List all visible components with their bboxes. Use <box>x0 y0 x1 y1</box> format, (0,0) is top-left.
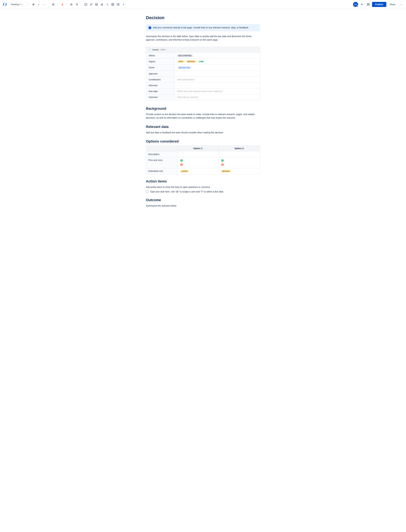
medium-badge: MEDIUM <box>186 60 196 63</box>
row-value-contributors[interactable]: Add stakeholders <box>175 77 260 82</box>
options-table: Option 1: Option 2: Description Pros and… <box>146 145 260 174</box>
row-value-informed[interactable] <box>175 82 260 88</box>
options-col-1: Option 1: <box>178 145 219 151</box>
background-body[interactable]: Provide context on the decision the team… <box>146 113 260 120</box>
more-format-button[interactable]: ··· <box>42 2 47 7</box>
toolbar-right: CK + Publish Close ··· <box>353 2 404 7</box>
proscons-option2[interactable]: ⊕ ⊖ <box>219 157 260 168</box>
add-collaborator-button[interactable]: + <box>359 2 364 7</box>
options-heading: Options considered <box>146 139 260 143</box>
description-option1[interactable] <box>178 151 219 157</box>
row-value-duedate[interactable]: When does this decision need to be made … <box>175 88 260 94</box>
cons-icon-1: ⊖ <box>180 163 216 166</box>
action-items-heading: Action items <box>146 179 260 183</box>
svg-rect-14 <box>76 5 78 5</box>
more-insert-button[interactable]: + <box>121 2 126 7</box>
outcome-body[interactable]: Summarize the outcome below <box>146 204 260 207</box>
user-avatar[interactable]: CK <box>353 2 358 7</box>
numbered-list-button[interactable]: 1. 2. 3. <box>74 2 79 7</box>
table-row: Description <box>146 151 260 157</box>
relevant-data-section: Relevant data Add any data or feedback t… <box>146 125 260 134</box>
toolbar-divider-5 <box>81 3 81 6</box>
italic-button[interactable]: I <box>36 2 41 7</box>
proscons-option1[interactable]: ⊕ ⊖ <box>178 157 219 168</box>
options-considered-section: Options considered Option 1: Option 2: D… <box>146 139 260 174</box>
svg-rect-24 <box>118 3 119 5</box>
separator-2: / <box>197 60 197 63</box>
table-row: Estimated cost LARGE MEDIUM <box>146 168 260 174</box>
svg-point-7 <box>70 5 71 5</box>
details-icon: 📄 <box>149 49 151 51</box>
bold-button[interactable]: B <box>31 2 36 7</box>
estcost-option1[interactable]: LARGE <box>178 168 219 174</box>
proscons-option2-cell: ⊕ ⊖ <box>221 159 258 166</box>
confluence-logo[interactable] <box>2 2 7 7</box>
relevant-data-body[interactable]: Add any data or feedback the team should… <box>146 131 260 134</box>
task-checkbox[interactable] <box>146 190 148 193</box>
svg-point-5 <box>70 4 71 5</box>
row-value-outcome-detail[interactable]: What did you decide? <box>175 94 260 100</box>
row-value-status[interactable]: NOT STARTED <box>175 53 260 59</box>
task-button[interactable] <box>83 2 88 7</box>
action-items-body: Add action items to close the loop on op… <box>146 185 260 189</box>
impact-row: HIGH / MEDIUM / LOW <box>177 60 258 63</box>
avatar-label: CK <box>354 3 357 5</box>
row-value-approver[interactable] <box>175 71 260 77</box>
outcome-section: Outcome Summarize the outcome below <box>146 198 260 207</box>
content-area: Decision i Add your comments directly to… <box>143 9 263 225</box>
link-button[interactable] <box>89 2 94 7</box>
details-table: Status NOT STARTED Impact HIGH / MEDIUM … <box>146 53 260 100</box>
description-label: Description <box>146 151 178 157</box>
task-label[interactable]: Type your task here. Use "@" to assign a… <box>150 190 224 193</box>
info-box-text: Add your comments directly to the page. … <box>153 26 249 29</box>
table-row: Informed <box>146 82 260 88</box>
svg-point-3 <box>70 3 71 4</box>
svg-text:3.: 3. <box>76 4 76 5</box>
details-header[interactable]: 📄 Details | label = <box>146 47 260 53</box>
color-button[interactable]: A <box>60 2 65 7</box>
row-label-duedate: Due date <box>146 88 175 94</box>
publish-button[interactable]: Publish <box>372 2 386 7</box>
row-label-outcome-detail: Outcome <box>146 94 175 100</box>
close-button[interactable]: Close <box>388 2 397 7</box>
proscons-option1-cell: ⊕ ⊖ <box>180 159 216 166</box>
svg-rect-23 <box>117 3 118 5</box>
info-box: i Add your comments directly to the page… <box>146 24 260 31</box>
relevant-data-heading: Relevant data <box>146 125 260 129</box>
details-panel: 📄 Details | label = Status NOT STARTED I… <box>146 47 260 100</box>
emoji-button[interactable]: ☺ <box>105 2 110 7</box>
row-label-contributors: Contributors <box>146 77 175 82</box>
table-row: Impact HIGH / MEDIUM / LOW <box>146 58 260 64</box>
table-button[interactable] <box>110 2 115 7</box>
mention-button[interactable]: @ <box>99 2 104 7</box>
align-button[interactable] <box>51 2 56 7</box>
table-row: Approver <box>146 71 260 77</box>
task-row: Type your task here. Use "@" to assign a… <box>146 190 260 193</box>
svg-rect-27 <box>367 5 369 6</box>
svg-rect-26 <box>368 3 369 4</box>
row-label-status: Status <box>146 53 175 59</box>
bullet-list-button[interactable] <box>69 2 74 7</box>
svg-point-17 <box>96 4 96 4</box>
page-title[interactable]: Decision <box>146 15 260 20</box>
proscons-label: Pros and cons <box>146 157 178 168</box>
svg-rect-0 <box>52 4 54 4</box>
heading-selector[interactable]: Heading 2 ▾ <box>9 2 27 6</box>
svg-rect-16 <box>95 3 98 5</box>
estcost-label: Estimated cost <box>146 168 178 174</box>
template-button[interactable] <box>366 2 371 7</box>
low-badge: LOW <box>198 60 205 63</box>
details-meta: | label = <box>160 49 167 51</box>
columns-button[interactable] <box>116 2 121 7</box>
estcost-option2[interactable]: MEDIUM <box>219 168 260 174</box>
large-badge: LARGE <box>180 170 189 172</box>
description-option2[interactable] <box>219 151 260 157</box>
status-badge: NOT STARTED <box>177 54 193 57</box>
media-button[interactable] <box>94 2 99 7</box>
more-options-button[interactable]: ··· <box>398 2 404 7</box>
driver-mention[interactable]: @Chan Kim <box>177 66 192 69</box>
row-value-impact[interactable]: HIGH / MEDIUM / LOW <box>175 58 260 64</box>
action-items-section: Action items Add action items to close t… <box>146 179 260 193</box>
pros-icon-1: ⊕ <box>180 159 216 162</box>
row-value-driver[interactable]: @Chan Kim <box>175 64 260 71</box>
